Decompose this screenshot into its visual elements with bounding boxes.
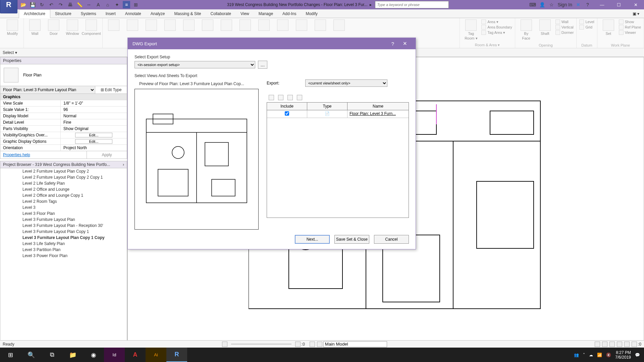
new-set-icon[interactable] <box>269 95 274 100</box>
setup-options-button[interactable]: … <box>258 61 267 69</box>
view-name-cell[interactable]: Floor Plan: Level 3 Furn... <box>347 110 409 118</box>
tree-item[interactable]: Level 3 Floor Plan <box>0 210 127 217</box>
tab-massing[interactable]: Massing & Site <box>170 10 206 18</box>
filter6-icon[interactable] <box>632 342 637 347</box>
tab-manage[interactable]: Manage <box>254 10 278 18</box>
tree-item[interactable]: Level 3 Furniture Layout Plan - Receptio… <box>0 223 127 229</box>
wall-button[interactable]: Wall <box>26 19 43 36</box>
property-row[interactable]: Parts VisibilityShow Original <box>0 125 127 132</box>
text-icon[interactable]: A <box>95 1 102 8</box>
tree-item[interactable]: Level 3 Power Floor Plan <box>0 253 127 259</box>
revit-button[interactable]: R <box>166 348 187 362</box>
property-row[interactable]: Visibility/Graphics Over...Edit... <box>0 132 127 138</box>
tree-item[interactable]: Level 2 Room Tags <box>0 198 127 204</box>
tree-item[interactable]: Level 2 Furniture Layout Plan Copy 2 Cop… <box>0 174 127 180</box>
thin-lines-icon[interactable]: ≡ <box>123 1 130 8</box>
print-icon[interactable]: 🖶 <box>66 1 74 8</box>
dormer-button[interactable]: Dormer <box>555 30 574 35</box>
star-icon[interactable]: ☆ <box>548 1 555 8</box>
taskview-button[interactable]: ⧉ <box>42 348 62 362</box>
explorer-button[interactable]: 📁 <box>62 348 83 362</box>
model2-icon[interactable] <box>317 342 322 347</box>
section-icon[interactable]: ✦ <box>113 1 121 8</box>
search-button[interactable]: 🔍 <box>21 348 42 362</box>
model-icon[interactable] <box>310 342 315 347</box>
maximize-button[interactable]: ☐ <box>610 0 627 9</box>
set-button[interactable]: Set <box>600 19 617 36</box>
component-button[interactable]: Component <box>83 19 100 36</box>
door-button[interactable]: Door <box>45 19 62 36</box>
user-icon[interactable]: 👤 <box>539 1 545 8</box>
tab-collaborate[interactable]: Collaborate <box>206 10 236 18</box>
property-row[interactable]: Display ModelNormal <box>0 113 127 119</box>
export-scope-select[interactable]: <current view/sheet only> <box>305 79 387 87</box>
edit-type-button[interactable]: ⊞ Edit Type <box>95 86 127 94</box>
wall-open-button[interactable]: Wall <box>555 19 574 24</box>
tray-up-icon[interactable]: ˄ <box>583 353 585 357</box>
tab-annotate[interactable]: Annotate <box>120 10 146 18</box>
edit-button[interactable]: Edit... <box>75 133 112 137</box>
clock[interactable]: 8:27 PM7/6/2019 <box>615 350 631 360</box>
export-setup-select[interactable]: <in-session export setup> <box>135 61 255 68</box>
tab-analyze[interactable]: Analyze <box>146 10 170 18</box>
notifications-icon[interactable]: 💬 <box>635 353 640 357</box>
tab-insert[interactable]: Insert <box>101 10 120 18</box>
close-button[interactable]: ✕ <box>627 0 644 9</box>
dialog-titlebar[interactable]: DWG Export ? ✕ <box>128 38 416 49</box>
select-button[interactable]: Select ▾ <box>3 50 17 55</box>
property-row[interactable]: Detail LevelFine <box>0 119 127 125</box>
ribbon-minimize-icon[interactable]: ▣ ▾ <box>628 10 644 18</box>
dup-set-icon[interactable] <box>278 95 283 100</box>
tree-item[interactable]: Level 2 Life Safety Plan <box>0 180 127 186</box>
cancel-button[interactable]: Cancel <box>374 235 409 244</box>
filter4-icon[interactable] <box>617 342 622 347</box>
level-button[interactable]: Level <box>579 19 594 24</box>
tree-item[interactable]: Level 3 Life Safety Plan <box>0 241 127 247</box>
filter2-icon[interactable] <box>602 342 607 347</box>
help-search-input[interactable] <box>375 1 449 8</box>
editable-icon[interactable] <box>295 342 301 347</box>
tag-area-button[interactable]: Tag Area ▾ <box>481 30 512 35</box>
tree-item[interactable]: Level 3 Furniture Layout Plan Copy 1 <box>0 229 127 235</box>
tree-item[interactable]: Level 3 Partition Plan <box>0 247 127 253</box>
tab-addins[interactable]: Add-Ins <box>278 10 301 18</box>
property-row[interactable]: Scale Value 1:96 <box>0 106 127 113</box>
tree-item[interactable]: Level 2 Furniture Layout Plan Copy 2 <box>0 168 127 174</box>
volume-icon[interactable]: 🔇 <box>606 353 611 357</box>
tab-view[interactable]: View <box>236 10 254 18</box>
area-boundary-button[interactable]: Area Boundary <box>481 25 512 29</box>
dimension-icon[interactable]: ↔ <box>85 1 93 8</box>
shaft-button[interactable]: Shaft <box>537 19 553 36</box>
save-set-button[interactable]: Save Set & Close <box>334 235 369 244</box>
col-type[interactable]: Type <box>307 103 347 110</box>
app-menu-button[interactable]: R <box>0 0 17 13</box>
start-button[interactable]: ⊞ <box>0 348 21 362</box>
property-row[interactable]: Graphic Display OptionsEdit... <box>0 138 127 144</box>
tree-item[interactable]: Level 2 Office and Lounge Copy 1 <box>0 192 127 198</box>
qat-more-icon[interactable]: » <box>142 1 149 8</box>
keyboard-icon[interactable]: ⌨ <box>529 1 536 8</box>
wifi-icon[interactable]: 📶 <box>597 353 602 357</box>
measure-icon[interactable]: 📏 <box>76 1 83 8</box>
show-button[interactable]: Show <box>619 19 641 24</box>
rename-icon[interactable] <box>287 95 293 100</box>
tree-item[interactable]: Level 2 Office and Lounge <box>0 186 127 192</box>
tab-modify[interactable]: Modify <box>301 10 322 18</box>
filter5-icon[interactable] <box>624 342 630 347</box>
tree-item[interactable]: Level 3 Furniture Layout Plan <box>0 217 127 223</box>
close-views-icon[interactable]: ⊞ <box>132 1 140 8</box>
include-checkbox[interactable] <box>285 111 289 116</box>
viewer-button[interactable]: Viewer <box>619 30 641 35</box>
properties-header[interactable]: Properties <box>0 57 127 64</box>
onedrive-icon[interactable]: ☁ <box>589 353 593 357</box>
chrome-button[interactable]: ◉ <box>83 348 104 362</box>
instance-selector[interactable]: Floor Plan: Level 3 Furniture Layout Pla… <box>0 86 95 94</box>
main-model-input[interactable] <box>323 341 387 347</box>
undo-icon[interactable]: ↶ <box>48 1 55 8</box>
grid-button[interactable]: Grid <box>579 25 594 29</box>
table-row[interactable]: 📄 Floor Plan: Level 3 Furn... <box>267 110 409 118</box>
tag-button[interactable]: TagRoom ▾ <box>463 19 479 41</box>
tree-item[interactable]: Level 3 Furniture Layout Plan Copy 1 Cop… <box>0 235 127 241</box>
edit-button[interactable]: Edit... <box>75 139 112 144</box>
tab-systems[interactable]: Systems <box>76 10 101 18</box>
